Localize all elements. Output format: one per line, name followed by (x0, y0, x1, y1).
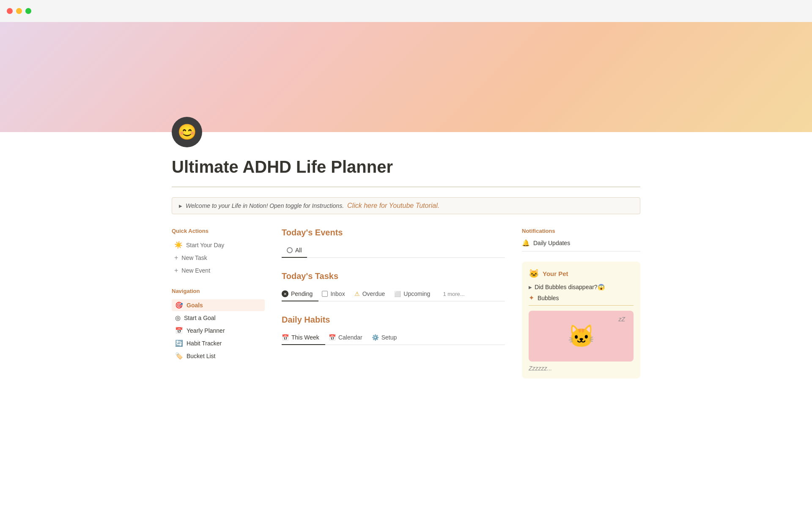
pet-star-icon: ✦ (529, 294, 534, 302)
sidebar-item-bucket-list[interactable]: 🏷️ Bucket List (172, 350, 265, 362)
page-icon-emoji: 😊 (178, 123, 197, 141)
center-column: Today's Events All Today's Tasks ✕ Pendi… (282, 228, 505, 359)
habit-tracker-label: Habit Tracker (187, 340, 222, 347)
tasks-heading: Today's Tasks (282, 271, 505, 281)
circle-icon (287, 247, 293, 253)
this-week-icon: 📅 (282, 334, 289, 341)
tasks-tab-bar: ✕ Pending Inbox ⚠ Overdue ⬜ Upcoming (282, 287, 505, 301)
overdue-label: Overdue (362, 290, 385, 297)
habits-heading: Daily Habits (282, 315, 505, 325)
pet-toggle[interactable]: ▶ Did Bubbles disappear?😱 (529, 284, 634, 290)
habits-tab-calendar[interactable]: 📅 Calendar (329, 331, 368, 345)
habits-section: Daily Habits 📅 This Week 📅 Calendar ⚙️ S… (282, 315, 505, 345)
cover-image (0, 22, 812, 132)
warning-icon: ⚠ (354, 290, 360, 297)
setup-icon: ⚙️ (372, 334, 379, 341)
events-section: Today's Events All (282, 228, 505, 258)
goals-label: Goals (187, 302, 203, 309)
notifications-title: Notifications (522, 228, 640, 234)
pet-zzz-text: zZ (618, 316, 625, 323)
bell-icon: 🔔 (522, 239, 530, 247)
goals-icon: 🎯 (175, 301, 183, 309)
sun-icon: ☀️ (174, 241, 183, 249)
pet-toggle-text: Did Bubbles disappear?😱 (535, 284, 605, 290)
setup-label: Setup (381, 334, 397, 341)
sidebar-item-habit-tracker[interactable]: 🔄 Habit Tracker (172, 337, 265, 349)
plus-icon-event: + (174, 267, 178, 274)
new-task-label: New Task (181, 254, 207, 261)
sidebar-item-yearly-planner[interactable]: 📅 Yearly Planner (172, 325, 265, 337)
page-icon: 😊 (172, 117, 202, 147)
square-icon (322, 291, 328, 297)
this-week-label: This Week (291, 334, 319, 341)
upcoming-label: Upcoming (403, 290, 430, 297)
quick-actions-title: Quick Actions (172, 228, 265, 234)
quick-actions-section: Quick Actions ☀️ Start Your Day + New Ta… (172, 228, 265, 276)
more-label: 1 more... (443, 291, 464, 297)
start-your-day-button[interactable]: ☀️ Start Your Day (172, 239, 265, 251)
pet-section: 🐱 Your Pet ▶ Did Bubbles disappear?😱 ✦ B… (522, 262, 640, 378)
notification-item-daily-updates[interactable]: 🔔 Daily Updates (522, 239, 640, 251)
main-layout: Quick Actions ☀️ Start Your Day + New Ta… (172, 228, 640, 378)
sidebar-item-start-a-goal[interactable]: ◎ Start a Goal (172, 312, 265, 324)
sidebar-item-goals[interactable]: 🎯 Goals (172, 299, 265, 311)
pet-name-row: ✦ Bubbles (529, 294, 634, 306)
pet-sleep-text: Zzzzzz... (529, 365, 634, 372)
close-button[interactable] (7, 8, 13, 14)
notifications-section: Notifications 🔔 Daily Updates (522, 228, 640, 251)
bucket-list-icon: 🏷️ (175, 352, 183, 360)
habit-tracker-icon: 🔄 (175, 340, 183, 347)
start-your-day-label: Start Your Day (186, 242, 224, 248)
minimize-button[interactable] (16, 8, 22, 14)
tasks-tab-overdue[interactable]: ⚠ Overdue (354, 287, 391, 301)
habits-tab-setup[interactable]: ⚙️ Setup (372, 331, 403, 345)
calendar-icon: ⬜ (394, 291, 401, 297)
tasks-tab-inbox[interactable]: Inbox (322, 287, 351, 301)
new-task-button[interactable]: + New Task (172, 252, 265, 263)
tasks-tab-upcoming[interactable]: ⬜ Upcoming (394, 287, 436, 301)
navigation-section: Navigation 🎯 Goals ◎ Start a Goal 📅 Year… (172, 288, 265, 362)
events-tab-all-label: All (295, 247, 302, 254)
tasks-tab-pending[interactable]: ✕ Pending (282, 287, 318, 301)
daily-updates-label: Daily Updates (533, 240, 570, 246)
inbox-label: Inbox (330, 290, 345, 297)
page-title: Ultimate ADHD Life Planner (172, 154, 640, 177)
toggle-link[interactable]: Click here for Youtube Tutorial. (347, 202, 439, 210)
pet-image-box: 🐱 zZ (529, 311, 634, 362)
new-event-label: New Event (181, 267, 210, 274)
new-event-button[interactable]: + New Event (172, 265, 265, 276)
bucket-list-label: Bucket List (187, 353, 215, 359)
pet-title: Your Pet (543, 270, 568, 277)
tasks-tab-more[interactable]: 1 more... (439, 287, 470, 301)
left-sidebar: Quick Actions ☀️ Start Your Day + New Ta… (172, 228, 265, 363)
page-content: 😊 Ultimate ADHD Life Planner ▶ Welcome t… (131, 117, 681, 378)
habits-tab-bar: 📅 This Week 📅 Calendar ⚙️ Setup (282, 331, 505, 345)
calendar-label: Calendar (338, 334, 362, 341)
toggle-banner[interactable]: ▶ Welcome to your Life in Notion! Open t… (172, 197, 640, 214)
start-goal-icon: ◎ (175, 314, 181, 322)
plus-icon-task: + (174, 254, 178, 262)
navigation-title: Navigation (172, 288, 265, 294)
divider (172, 187, 640, 187)
pet-toggle-arrow-icon: ▶ (529, 285, 532, 290)
toggle-text: Welcome to your Life in Notion! Open tog… (186, 202, 344, 209)
pending-label: Pending (291, 290, 313, 297)
events-tab-bar: All (282, 243, 505, 258)
calendar-icon-habit: 📅 (329, 334, 336, 341)
yearly-planner-label: Yearly Planner (187, 327, 225, 334)
pet-cat-icon: 🐱 (529, 268, 539, 279)
start-a-goal-label: Start a Goal (184, 315, 216, 321)
maximize-button[interactable] (25, 8, 31, 14)
habits-tab-this-week[interactable]: 📅 This Week (282, 331, 325, 345)
pet-emoji: 🐱 (568, 323, 595, 349)
pet-header: 🐱 Your Pet (529, 268, 634, 279)
pet-name: Bubbles (538, 295, 559, 301)
events-tab-all[interactable]: All (282, 243, 307, 258)
tasks-section: Today's Tasks ✕ Pending Inbox ⚠ Overdue (282, 271, 505, 301)
toggle-arrow-icon: ▶ (179, 204, 182, 208)
right-column: Notifications 🔔 Daily Updates 🐱 Your Pet… (522, 228, 640, 378)
x-circle-icon: ✕ (282, 290, 288, 297)
events-heading: Today's Events (282, 228, 505, 237)
titlebar (0, 0, 812, 22)
yearly-planner-icon: 📅 (175, 327, 183, 334)
